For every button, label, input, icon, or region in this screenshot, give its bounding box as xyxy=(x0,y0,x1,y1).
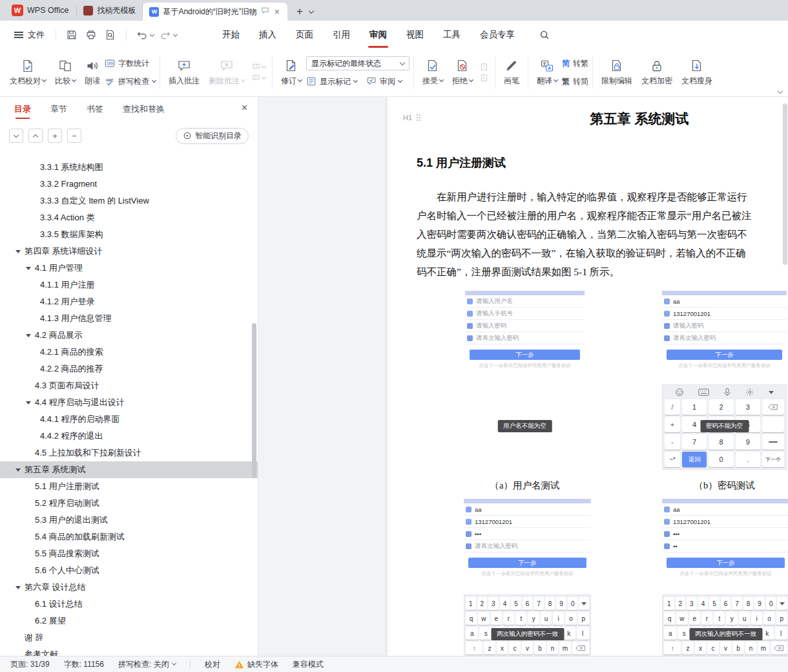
space-key[interactable] xyxy=(762,434,784,450)
key-n[interactable]: n xyxy=(547,642,559,655)
collapse-level-button[interactable]: − xyxy=(67,129,81,143)
key-4[interactable]: 4 xyxy=(698,597,709,610)
toc-item[interactable]: 参考文献 xyxy=(0,646,258,656)
menu-tab-3[interactable]: 引用 xyxy=(323,21,360,48)
shift-key[interactable]: ↑ xyxy=(664,642,681,655)
menu-tab-7[interactable]: 会员专享 xyxy=(470,21,524,48)
key-6[interactable]: 6 xyxy=(721,597,731,610)
key-s[interactable]: s xyxy=(678,627,690,640)
toc-item[interactable]: 4.1 用户管理 xyxy=(0,260,258,277)
key-e[interactable]: e xyxy=(689,612,700,625)
key-t[interactable]: t xyxy=(515,612,526,625)
read-aloud-button[interactable]: 朗读 xyxy=(80,59,105,87)
key[interactable]: 下一个 xyxy=(762,452,784,467)
key-w[interactable]: w xyxy=(478,612,489,625)
smart-toc-button[interactable]: 智能识别目录 xyxy=(176,128,249,144)
key-+[interactable]: + xyxy=(665,417,680,432)
toc-item[interactable]: 谢 辞 xyxy=(0,629,258,646)
toc-item[interactable]: 5.1 用户注册测试 xyxy=(0,478,258,495)
key[interactable]: ~* xyxy=(665,452,680,467)
proofread-status[interactable]: 校对 xyxy=(205,659,220,670)
missing-font-warning[interactable]: 缺失字体 xyxy=(234,659,278,670)
toc-item[interactable]: 5.3 用户的退出测试 xyxy=(0,512,258,529)
key-q[interactable]: q xyxy=(664,612,675,625)
restrict-editing-button[interactable]: 限制编辑 xyxy=(597,59,637,87)
save-icon[interactable] xyxy=(62,29,81,41)
input-field[interactable]: 13127001201 xyxy=(662,516,788,528)
key-q[interactable]: q xyxy=(466,612,477,625)
key-3[interactable]: 3 xyxy=(736,399,760,415)
search-icon[interactable] xyxy=(535,29,554,41)
keyboard-collapse-key[interactable] xyxy=(579,597,589,610)
document-slim-button[interactable]: 文档瘦身 xyxy=(677,59,717,87)
menu-tab-1[interactable]: 插入 xyxy=(249,21,286,48)
key-r[interactable]: r xyxy=(503,612,514,625)
tab-close-icon[interactable]: × xyxy=(273,6,281,17)
document-tab-template[interactable]: 找稿壳模板 xyxy=(77,0,142,21)
input-field[interactable]: 请再次输入密码 xyxy=(464,540,591,552)
toc-item[interactable]: 3.3.3 自定义 Item 的 ListView xyxy=(0,193,258,209)
key-i[interactable]: i xyxy=(751,612,762,625)
compare-button[interactable]: 比较 xyxy=(50,59,80,87)
key-5[interactable]: 5 xyxy=(511,597,521,610)
key-p[interactable]: p xyxy=(776,612,787,625)
input-field[interactable]: aa xyxy=(662,503,788,516)
toc-item[interactable]: 5.5 商品搜索测试 xyxy=(0,545,258,562)
key-e[interactable]: e xyxy=(491,612,502,625)
key-l[interactable]: l xyxy=(577,627,589,640)
key-i[interactable]: i xyxy=(553,612,564,625)
accept-change-button[interactable]: 接受 xyxy=(418,59,448,87)
key-2[interactable]: 2 xyxy=(676,597,686,610)
expand-all-button[interactable] xyxy=(28,129,43,143)
document-proofread-button[interactable]: 文档校对 xyxy=(5,59,50,87)
sidebar-tab-0[interactable]: 目录 xyxy=(14,97,31,121)
key-7[interactable]: 7 xyxy=(534,597,544,610)
input-field[interactable]: 请输入用户名 xyxy=(465,295,585,308)
menu-tab-5[interactable]: 视图 xyxy=(397,21,433,48)
key-v[interactable]: v xyxy=(522,642,534,655)
expand-arrow-icon[interactable] xyxy=(26,267,31,270)
key-1[interactable]: 1 xyxy=(466,597,476,610)
key-8[interactable]: 8 xyxy=(709,434,733,450)
menu-tab-4[interactable]: 审阅 xyxy=(360,21,397,48)
toc-item[interactable]: 4.5 上拉加载和下拉刷新设计 xyxy=(0,445,258,461)
key-0[interactable]: 0 xyxy=(568,597,578,610)
keyboard-collapse-key[interactable] xyxy=(777,597,787,610)
key-3[interactable]: 3 xyxy=(488,597,499,610)
toc-item[interactable]: 4.4 程序启动与退出设计 xyxy=(0,394,258,411)
review-mode-button[interactable]: 审阅 xyxy=(366,74,402,89)
key-a[interactable]: a xyxy=(466,627,478,640)
document-tab-current[interactable]: W 基于Android的“旧时光”旧物 × xyxy=(143,3,287,21)
toc-item[interactable]: 5.2 程序启动测试 xyxy=(0,495,258,512)
file-menu-button[interactable]: 文件 xyxy=(9,29,50,41)
key-2[interactable]: 2 xyxy=(709,399,733,415)
input-field[interactable]: ••• xyxy=(464,528,591,540)
input-field[interactable]: aa xyxy=(662,295,787,308)
key-r[interactable]: r xyxy=(701,612,712,625)
toc-item[interactable]: 4.2 商品展示 xyxy=(0,327,258,344)
wps-home-button[interactable]: W WPS Office xyxy=(4,0,76,21)
tab-list-chevron-icon[interactable] xyxy=(309,8,314,14)
show-markup-button[interactable]: 显示标记 xyxy=(306,74,357,89)
key-2[interactable]: 2 xyxy=(477,597,488,610)
encrypt-document-button[interactable]: 文档加密 xyxy=(637,59,677,87)
redo-icon[interactable] xyxy=(156,29,175,41)
key-1[interactable]: 1 xyxy=(664,597,674,610)
toc-item[interactable]: 4.1.3 用户信息管理 xyxy=(0,310,258,327)
key-z[interactable]: z xyxy=(682,642,694,655)
key-s[interactable]: s xyxy=(479,627,492,640)
key-o[interactable]: o xyxy=(763,612,774,625)
key-z[interactable]: z xyxy=(484,642,495,655)
key-8[interactable]: 8 xyxy=(743,597,754,610)
return-key[interactable]: 返回 xyxy=(682,452,707,467)
input-field[interactable]: 请输入密码 xyxy=(662,320,787,332)
key-0[interactable]: 0 xyxy=(766,597,776,610)
page-indicator[interactable]: 页面: 31/39 xyxy=(10,659,50,670)
toc-item[interactable]: 3.3.4 Action 类 xyxy=(0,209,258,226)
toc-item[interactable]: 4.4.2 程序的退出 xyxy=(0,428,258,445)
key-v[interactable]: v xyxy=(720,642,732,655)
expand-arrow-icon[interactable] xyxy=(26,401,31,404)
spell-check-button[interactable]: ABC 拼写检查 xyxy=(105,74,156,89)
toc-item[interactable]: 6.1 设计总结 xyxy=(0,596,258,613)
translate-button[interactable]: A 翻译 xyxy=(532,59,562,87)
